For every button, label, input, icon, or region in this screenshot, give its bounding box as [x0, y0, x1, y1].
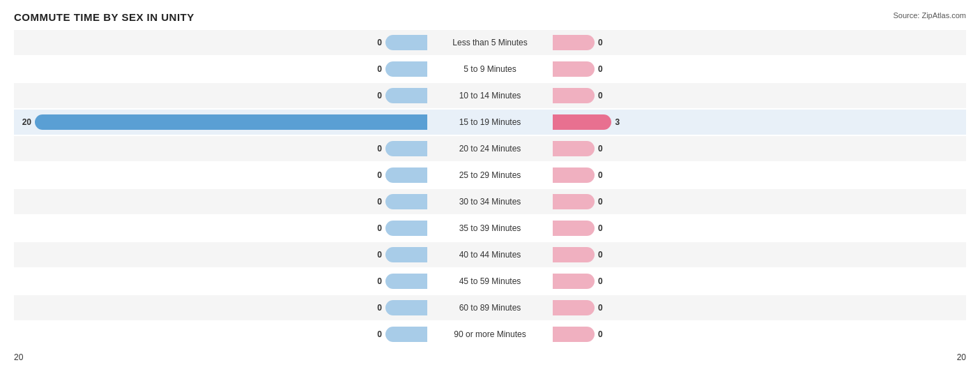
female-bar	[553, 88, 595, 103]
bar-row: 15 to 19 Minutes203	[14, 110, 966, 135]
female-bar	[553, 247, 595, 262]
female-value: 3	[615, 117, 620, 127]
row-label: 30 to 34 Minutes	[427, 197, 553, 207]
bar-row: 40 to 44 Minutes00	[14, 242, 966, 267]
female-value: 0	[598, 38, 603, 47]
female-bar	[553, 194, 595, 209]
female-bar	[553, 300, 595, 315]
bar-row: 30 to 34 Minutes00	[14, 189, 966, 214]
row-label: 10 to 14 Minutes	[427, 91, 553, 100]
row-label: 35 to 39 Minutes	[427, 223, 553, 233]
bar-row: 45 to 59 Minutes00	[14, 269, 966, 294]
male-bar	[385, 194, 427, 209]
female-bar	[553, 141, 595, 156]
female-value: 0	[598, 144, 603, 154]
male-bar	[385, 274, 427, 289]
female-value: 0	[598, 170, 603, 180]
female-value: 0	[598, 250, 603, 260]
female-value: 0	[598, 329, 603, 339]
bar-row: 25 to 29 Minutes00	[14, 163, 966, 188]
bar-row: 60 to 89 Minutes00	[14, 295, 966, 320]
male-value: 0	[377, 250, 382, 260]
chart-body: Less than 5 Minutes005 to 9 Minutes0010 …	[14, 30, 966, 347]
male-bar	[35, 114, 427, 130]
row-label: Less than 5 Minutes	[427, 38, 553, 47]
chart-container: COMMUTE TIME BY SEX IN UNITY Source: Zip…	[0, 0, 980, 365]
bottom-axis: 20 20	[14, 352, 966, 362]
female-value: 0	[598, 91, 603, 100]
female-value: 0	[598, 197, 603, 207]
female-bar	[553, 327, 595, 342]
male-value: 0	[377, 329, 382, 339]
female-bar	[553, 274, 595, 289]
female-bar	[553, 114, 611, 130]
male-bar	[385, 300, 427, 315]
male-value: 0	[377, 276, 382, 286]
row-label: 40 to 44 Minutes	[427, 250, 553, 260]
male-bar	[385, 88, 427, 103]
row-label: 5 to 9 Minutes	[427, 64, 553, 74]
bar-row: 5 to 9 Minutes00	[14, 57, 966, 82]
bar-row: Less than 5 Minutes00	[14, 30, 966, 55]
female-bar	[553, 61, 595, 77]
male-value: 0	[377, 303, 382, 313]
male-bar	[385, 61, 427, 77]
axis-left-label: 20	[14, 352, 23, 362]
row-label: 20 to 24 Minutes	[427, 144, 553, 154]
bar-row: 20 to 24 Minutes00	[14, 136, 966, 161]
row-label: 25 to 29 Minutes	[427, 170, 553, 180]
male-bar	[385, 327, 427, 342]
female-value: 0	[598, 223, 603, 233]
male-value: 0	[377, 144, 382, 154]
female-bar	[553, 221, 595, 236]
male-bar	[385, 35, 427, 50]
row-label: 60 to 89 Minutes	[427, 303, 553, 313]
chart-header: COMMUTE TIME BY SEX IN UNITY Source: Zip…	[14, 11, 966, 23]
female-bar	[553, 35, 595, 50]
male-value: 0	[377, 38, 382, 47]
row-label: 15 to 19 Minutes	[427, 117, 553, 127]
row-label: 45 to 59 Minutes	[427, 276, 553, 286]
female-value: 0	[598, 64, 603, 74]
male-bar	[385, 221, 427, 236]
male-value: 0	[377, 91, 382, 100]
male-bar	[385, 247, 427, 262]
bar-row: 10 to 14 Minutes00	[14, 83, 966, 108]
chart-source: Source: ZipAtlas.com	[893, 11, 966, 20]
male-value: 0	[377, 170, 382, 180]
male-bar	[385, 141, 427, 156]
male-value: 0	[377, 223, 382, 233]
bar-row: 90 or more Minutes00	[14, 322, 966, 347]
row-label: 90 or more Minutes	[427, 329, 553, 339]
male-value: 0	[377, 197, 382, 207]
male-value: 20	[22, 117, 31, 127]
male-value: 0	[377, 64, 382, 74]
male-bar	[385, 167, 427, 183]
female-bar	[553, 167, 595, 183]
bar-row: 35 to 39 Minutes00	[14, 216, 966, 241]
axis-right-label: 20	[957, 352, 966, 362]
female-value: 0	[598, 276, 603, 286]
female-value: 0	[598, 303, 603, 313]
chart-title: COMMUTE TIME BY SEX IN UNITY	[14, 11, 194, 23]
